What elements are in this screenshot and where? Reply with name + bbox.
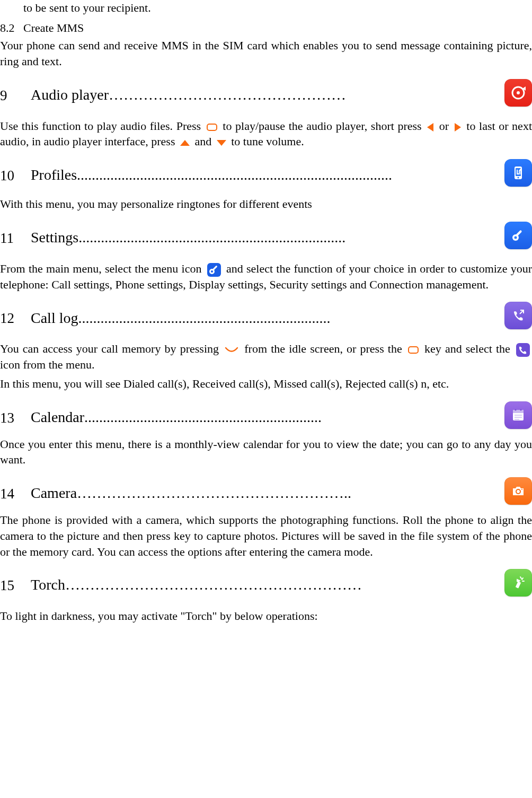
svg-rect-10 [212,265,217,270]
ok-key-icon [408,346,419,354]
text: and [192,135,215,148]
settings-menu-icon [207,263,221,277]
right-arrow-icon [455,123,461,131]
section-12-heading: 12 Call log ............................… [0,302,532,329]
text: from the idle screen, or press the [241,342,406,355]
leader-dots: …………………………………………………… [65,575,497,595]
section-10-heading: 10 Profiles ............................… [0,159,532,187]
svg-rect-7 [516,230,522,236]
leader-dots: ........................................… [77,165,497,185]
text: or [436,119,453,133]
camera-icon [504,477,532,505]
camera-body: The phone is provided with a camera, whi… [0,512,532,559]
leader-dots: ........................................… [78,308,497,328]
subsection-number: 8.2 [0,20,23,36]
text: Use this function to play audio files. P… [0,119,205,133]
leader-dots: ........................................… [84,407,497,427]
call-log-menu-icon [516,343,530,357]
text: icon from the menu. [0,358,94,371]
svg-point-13 [515,409,517,410]
svg-rect-12 [513,410,524,413]
svg-line-23 [522,578,523,580]
leader-dots: ........................................… [78,227,497,248]
torch-icon [504,569,532,597]
section-9-heading: 9 Audio player ………………………………………… [0,79,532,107]
svg-point-19 [517,490,520,493]
call-log-icon [504,302,532,329]
calllog-body-2: In this menu, you will see Dialed call(s… [0,376,532,392]
section-title: Call log [31,308,78,328]
text: key and select the [421,342,514,355]
section-number: 12 [0,303,31,328]
subsection-8-2: 8.2Create MMS [0,20,532,36]
calendar-body: Once you enter this menu, there is a mon… [0,436,532,468]
settings-body: From the main menu, select the menu icon… [0,261,532,293]
section-number: 11 [0,223,31,248]
section-number: 9 [0,81,31,105]
section-13-heading: 13 Calendar ............................… [0,401,532,429]
section-number: 13 [0,403,31,427]
down-arrow-icon [217,140,226,146]
profiles-body: With this menu, you may personalize ring… [0,196,532,212]
ok-key-icon [207,124,217,131]
section-14-heading: 14 Camera ……………………………………………….. [0,477,532,505]
audio-player-icon [504,79,532,107]
section-number: 15 [0,571,31,595]
svg-point-14 [520,409,522,410]
svg-point-4 [518,177,519,179]
section-11-heading: 11 Settings ............................… [0,222,532,249]
text: You can access your call memory by press… [0,342,223,355]
leader-dots: ……………………………………………….. [77,483,497,503]
section-15-heading: 15 Torch …………………………………………………… [0,569,532,597]
section-title: Profiles [31,165,77,185]
section-number: 10 [0,161,31,185]
mms-body: Your phone can send and receive MMS in t… [0,38,532,69]
svg-point-9 [211,270,213,273]
section-title: Torch [31,575,65,595]
text: to tune volume. [228,135,304,148]
section-title: Audio player [31,85,109,105]
calendar-icon [504,401,532,429]
call-key-icon [225,346,238,354]
up-arrow-icon [180,140,190,146]
svg-point-20 [521,489,522,490]
section-title: Calendar [31,407,84,427]
section-number: 14 [0,479,31,503]
text: From the main menu, select the menu icon [0,262,205,275]
audio-body: Use this function to play audio files. P… [0,118,532,150]
svg-point-6 [515,236,517,239]
settings-icon [504,222,532,249]
svg-line-22 [520,577,521,578]
continuation-text: to be sent to your recipient. [0,0,532,16]
profiles-icon [504,159,532,187]
torch-body: To light in darkness, you may activate "… [0,608,532,624]
subsection-title: Create MMS [23,21,84,34]
svg-point-1 [517,91,520,94]
leader-dots: ………………………………………… [109,85,497,105]
section-title: Settings [31,227,78,248]
section-title: Camera [31,483,77,503]
text: to play/pause the audio player, short pr… [219,119,425,133]
calllog-body-1: You can access your call memory by press… [0,341,532,373]
left-arrow-icon [427,123,433,131]
